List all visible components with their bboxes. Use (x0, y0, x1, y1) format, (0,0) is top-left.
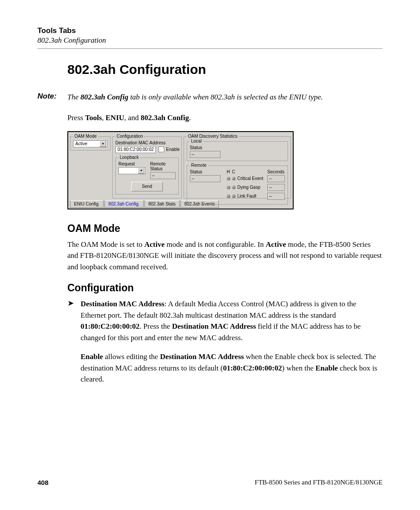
header-section: 802.3ah Configuration (37, 36, 383, 45)
t: Active (265, 240, 286, 249)
header-chapter: Tools Tabs (37, 26, 383, 35)
page-title: 802.3ah Configuration (67, 62, 383, 77)
discovery-stats-group: OAM Discovery Statistics Local Status --… (184, 136, 291, 198)
t: Destination MAC Address (160, 352, 243, 361)
t: Active (144, 240, 165, 249)
dying-gasp-seconds: -- (267, 184, 285, 191)
remote-legend: Remote (190, 163, 208, 168)
col-c: C (232, 169, 236, 174)
col-h: H (227, 169, 230, 174)
request-select[interactable]: ▾ (118, 167, 146, 174)
bullet-icon: ➤ (67, 298, 81, 393)
remote-status-hdr: Status (190, 169, 224, 174)
local-legend: Local (190, 139, 203, 143)
loopback-group: Loopback Request ▾ (115, 158, 179, 194)
critical-event-label: Critical Event (237, 176, 265, 181)
press-s2: , and (124, 114, 140, 122)
para-oam-mode: The OAM Mode is set to Active mode and i… (67, 239, 383, 273)
oam-mode-value: Active (75, 141, 87, 146)
para-enable: Enable allows editing the Destination MA… (81, 351, 383, 385)
led-icon (232, 186, 236, 189)
dest-mac-input[interactable]: 01:80:C2:00:00:02 (115, 146, 156, 153)
note-text: The 802.3ah Config tab is only available… (67, 92, 323, 103)
t: ) when the (282, 364, 316, 372)
remote-status-field2: -- (190, 175, 221, 182)
chevron-down-icon[interactable]: ▾ (99, 141, 106, 147)
local-status-value: -- (192, 152, 195, 157)
t: mode and is not configurable. In (165, 240, 265, 249)
tab-eniu-config[interactable]: ENIU Config. (70, 200, 103, 208)
dying-gasp-row: Dying Gasp -- (227, 184, 285, 191)
dying-gasp-val: -- (269, 185, 272, 190)
para-dest-mac: Destination MAC Address: A default Media… (81, 298, 383, 343)
local-status-label: Status (190, 145, 285, 150)
press-line: Press Tools, ENIU, and 802.3ah Config. (67, 114, 383, 122)
col-seconds: Seconds (267, 169, 285, 174)
configuration-legend: Configuration (115, 134, 144, 139)
config-screenshot: OAM Mode Active ▾ Configuration Destinat… (67, 131, 294, 209)
note-bold: 802.3ah Config (81, 93, 129, 101)
t: 01:80:C2:00:00:02 (223, 364, 282, 372)
link-fault-label: Link Fault (237, 194, 265, 198)
dest-mac-value: 01:80:C2:00:00:02 (118, 147, 154, 152)
led-icon (232, 194, 236, 198)
send-button[interactable]: Send (131, 182, 163, 191)
tab-8023ah-config[interactable]: 802.3ah Config. (104, 200, 144, 208)
discovery-legend: OAM Discovery Statistics (187, 134, 239, 139)
page-number: 408 (37, 479, 48, 486)
enable-label: Enable (166, 147, 180, 152)
footer: 408 FTB-8500 Series and FTB-8120NGE/8130… (37, 479, 383, 486)
request-label: Request (118, 161, 146, 166)
remote-status-field: -- (150, 172, 176, 179)
press-s1: , (102, 114, 106, 122)
enable-checkbox[interactable] (158, 147, 164, 152)
oam-mode-select[interactable]: Active ▾ (73, 140, 107, 147)
t: Destination MAC Address (81, 300, 164, 308)
led-icon (232, 177, 236, 180)
press-b1: Tools (85, 114, 102, 122)
heading-configuration: Configuration (67, 282, 383, 294)
t: allows editing the (103, 352, 160, 361)
led-icon (227, 186, 230, 189)
remote-status-label: Remote Status (150, 161, 176, 171)
header-rule (37, 48, 383, 49)
tab-8023ah-stats[interactable]: 802.3ah Stats (144, 200, 180, 208)
loopback-legend: Loopback (118, 155, 140, 160)
critical-event-seconds: -- (267, 175, 285, 182)
link-fault-row: Link Fault -- (227, 193, 285, 200)
led-icon (227, 177, 230, 180)
t: 01:80:C2:00:00:02 (81, 322, 140, 330)
product-name: FTB-8500 Series and FTB-8120NGE/8130NGE (255, 479, 383, 486)
t: The OAM Mode is set to (67, 240, 144, 249)
critical-event-val: -- (269, 176, 272, 181)
critical-event-row: Critical Event -- (227, 175, 285, 182)
link-fault-val: -- (269, 194, 272, 198)
oam-mode-legend: OAM Mode (73, 134, 98, 139)
link-fault-seconds: -- (267, 193, 285, 200)
t: Enable (81, 352, 103, 361)
press-post: . (189, 114, 191, 122)
note-pre: The (67, 93, 81, 101)
remote-status-value2: -- (192, 176, 195, 181)
note-label: Note: (37, 92, 67, 103)
dying-gasp-label: Dying Gasp (237, 185, 265, 190)
t: Destination MAC Address (172, 322, 256, 330)
led-icon (227, 194, 230, 198)
press-b3: 802.3ah Config (141, 114, 189, 122)
oam-mode-group: OAM Mode Active ▾ (70, 136, 111, 150)
heading-oam-mode: OAM Mode (67, 223, 383, 235)
t: . Press the (140, 322, 172, 330)
t: Enable (316, 364, 338, 372)
local-status-field: -- (190, 151, 221, 158)
press-pre: Press (67, 114, 85, 122)
remote-group: Remote Status -- H (187, 165, 288, 205)
configuration-group: Configuration Destination MAC Address 01… (112, 136, 182, 198)
note: Note: The 802.3ah Config tab is only ava… (37, 92, 383, 103)
local-group: Local Status -- (187, 141, 288, 161)
press-b2: ENIU (106, 114, 125, 122)
send-button-label: Send (142, 184, 152, 189)
bullet-dest-mac: ➤ Destination MAC Address: A default Med… (67, 298, 383, 393)
note-post: tab is only available when 802.3ah is se… (128, 93, 323, 101)
page: Tools Tabs 802.3ah Configuration 802.3ah… (0, 0, 420, 510)
chevron-down-icon[interactable]: ▾ (138, 168, 144, 174)
